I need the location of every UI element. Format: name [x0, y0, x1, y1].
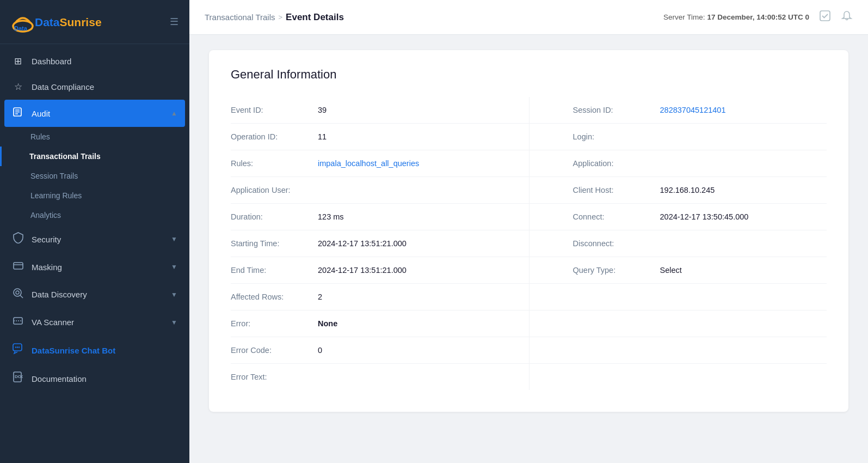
error-value: None	[318, 319, 337, 328]
logo-text: DataSunrise	[35, 16, 102, 28]
breadcrumb: Transactional Trails > Event Details	[205, 12, 344, 23]
cell-error: Error: None	[231, 310, 529, 337]
end-time-label: End Time:	[231, 266, 318, 275]
sidebar-subitem-transactional-trails[interactable]: Transactional Trails	[0, 147, 189, 166]
sidebar-item-security[interactable]: Security ▼	[0, 225, 189, 253]
sidebar-item-data-compliance[interactable]: ☆ Data Compliance	[0, 74, 189, 100]
svg-point-16	[18, 346, 19, 348]
sidebar-label-masking: Masking	[32, 263, 62, 272]
row-error-code: Error Code: 0	[231, 337, 827, 364]
cell-error-text: Error Text:	[231, 364, 529, 390]
va-scanner-icon	[12, 315, 24, 329]
duration-label: Duration:	[231, 212, 318, 221]
security-icon	[12, 232, 24, 246]
cell-end-time: End Time: 2024-12-17 13:51:21.000	[231, 257, 529, 283]
data-discovery-icon	[12, 288, 24, 301]
bell-icon[interactable]	[841, 10, 853, 25]
data-compliance-icon: ☆	[12, 81, 24, 93]
rules-value[interactable]: impala_localhost_all_queries	[318, 159, 419, 168]
sidebar-toggle-button[interactable]: ☰	[170, 16, 178, 28]
operation-id-value: 11	[318, 132, 327, 141]
logo: Data DataSunrise	[11, 10, 102, 34]
server-time: Server Time: 17 December, 14:00:52 UTC 0	[663, 13, 809, 21]
svg-line-10	[20, 295, 23, 298]
svg-point-15	[16, 346, 17, 348]
sidebar-subitem-analytics[interactable]: Analytics	[0, 205, 189, 225]
row-event-session: Event ID: 39 Session ID: 282837045121401	[231, 97, 827, 124]
sidebar-item-audit[interactable]: Audit ▲	[4, 100, 185, 127]
sidebar-item-data-discovery[interactable]: Data Discovery ▼	[0, 281, 189, 308]
cell-rules: Rules: impala_localhost_all_queries	[231, 150, 529, 176]
svg-text:Data: Data	[14, 25, 28, 32]
cell-affected-rows: Affected Rows: 2	[231, 284, 529, 310]
svg-rect-19	[820, 11, 830, 21]
sidebar-item-dashboard[interactable]: ⊞ Dashboard	[0, 48, 189, 74]
session-id-value[interactable]: 282837045121401	[660, 106, 726, 114]
cell-error-code: Error Code: 0	[231, 337, 529, 363]
cell-application-user: Application User:	[231, 177, 529, 203]
application-label: Application:	[573, 159, 660, 168]
security-chevron-icon: ▼	[171, 235, 177, 243]
sidebar-label-documentation: Documentation	[32, 374, 87, 383]
audit-icon	[12, 107, 24, 120]
error-code-value: 0	[318, 346, 322, 355]
affected-rows-label: Affected Rows:	[231, 293, 318, 301]
error-text-label: Error Text:	[231, 373, 318, 381]
event-details-card: General Information Event ID: 39 Session…	[209, 50, 848, 412]
query-type-value: Select	[660, 266, 682, 275]
sidebar-item-chatbot[interactable]: DataSunrise Chat Bot	[0, 336, 189, 364]
error-code-label: Error Code:	[231, 346, 318, 355]
sidebar-sublabel-learning-rules: Learning Rules	[30, 191, 82, 200]
query-type-label: Query Type:	[573, 266, 660, 275]
breadcrumb-current: Event Details	[286, 12, 344, 23]
svg-text:DOC: DOC	[15, 374, 23, 379]
svg-rect-6	[14, 263, 23, 269]
sidebar-label-va-scanner: VA Scanner	[32, 318, 74, 327]
sidebar-item-documentation[interactable]: DOC Documentation	[0, 364, 189, 393]
row-affected-rows: Affected Rows: 2	[231, 284, 827, 310]
dashboard-icon: ⊞	[12, 56, 24, 67]
sidebar-sublabel-transactional-trails: Transactional Trails	[29, 152, 101, 161]
content: General Information Event ID: 39 Session…	[189, 35, 868, 463]
row-appuser-clienthost: Application User: Client Host: 192.168.1…	[231, 177, 827, 204]
event-id-label: Event ID:	[231, 106, 318, 114]
sidebar-label-security: Security	[32, 235, 61, 244]
main-area: Transactional Trails > Event Details Ser…	[189, 0, 868, 463]
va-scanner-chevron-icon: ▼	[171, 319, 177, 326]
sidebar-subitem-learning-rules[interactable]: Learning Rules	[0, 186, 189, 205]
sidebar: Data DataSunrise ☰ ⊞ Dashboard ☆ Data Co…	[0, 0, 189, 463]
data-discovery-chevron-icon: ▼	[171, 291, 177, 298]
sidebar-label-audit: Audit	[32, 109, 50, 118]
sidebar-label-chatbot: DataSunrise Chat Bot	[32, 346, 115, 355]
cell-error-text-right	[529, 364, 827, 390]
cell-session-id: Session ID: 282837045121401	[529, 97, 827, 123]
cell-affected-rows-right	[529, 284, 827, 310]
cell-error-code-right	[529, 337, 827, 363]
row-endtime-querytype: End Time: 2024-12-17 13:51:21.000 Query …	[231, 257, 827, 284]
sidebar-label-data-compliance: Data Compliance	[32, 82, 94, 92]
sidebar-label-data-discovery: Data Discovery	[32, 290, 87, 299]
sidebar-item-va-scanner[interactable]: VA Scanner ▼	[0, 308, 189, 336]
connect-value: 2024-12-17 13:50:45.000	[660, 212, 749, 221]
event-id-value: 39	[318, 106, 327, 114]
sidebar-subitem-rules[interactable]: Rules	[0, 127, 189, 147]
checkmark-icon[interactable]	[819, 10, 831, 25]
chatbot-icon	[12, 343, 24, 357]
sidebar-subitem-session-trails[interactable]: Session Trails	[0, 166, 189, 186]
cell-event-id: Event ID: 39	[231, 97, 529, 123]
section-title: General Information	[231, 68, 827, 82]
row-error: Error: None	[231, 310, 827, 337]
audit-chevron-icon: ▲	[171, 109, 177, 117]
sidebar-item-masking[interactable]: Masking ▼	[0, 253, 189, 281]
breadcrumb-separator: >	[279, 13, 283, 21]
application-user-label: Application User:	[231, 186, 318, 194]
connect-label: Connect:	[573, 212, 660, 221]
row-operation-login: Operation ID: 11 Login:	[231, 124, 827, 150]
cell-operation-id: Operation ID: 11	[231, 124, 529, 150]
breadcrumb-parent[interactable]: Transactional Trails	[205, 13, 275, 22]
operation-id-label: Operation ID:	[231, 132, 318, 141]
affected-rows-value: 2	[318, 293, 322, 301]
session-id-label: Session ID:	[573, 106, 660, 114]
logo-area: Data DataSunrise ☰	[0, 0, 189, 44]
cell-login: Login:	[529, 124, 827, 150]
